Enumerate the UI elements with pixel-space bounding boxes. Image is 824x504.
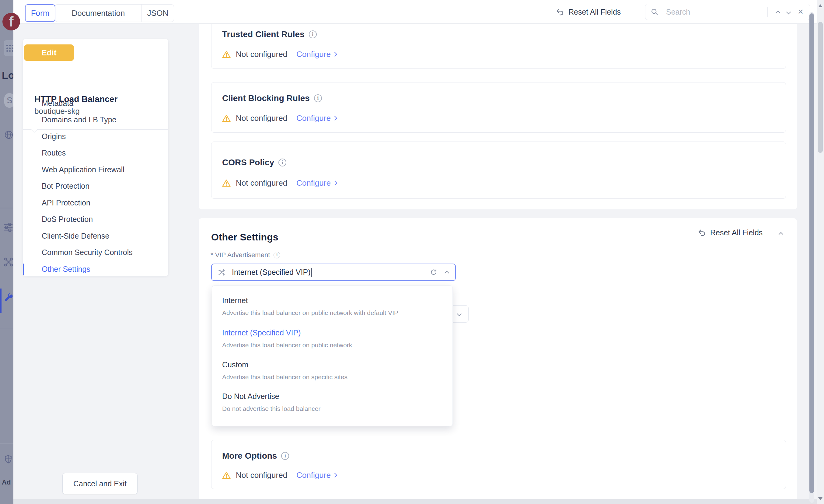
chevron-up-icon[interactable] bbox=[445, 271, 448, 274]
configure-label: Configure bbox=[296, 471, 331, 480]
app-grid-icon[interactable] bbox=[4, 40, 13, 56]
status-text: Not configured bbox=[236, 178, 287, 188]
card-title-row: CORS Policy i bbox=[222, 158, 286, 168]
configure-link[interactable]: Configure bbox=[296, 49, 336, 59]
search-prev-icon[interactable] bbox=[776, 10, 780, 14]
menu-item-bot-protection[interactable]: Bot Protection bbox=[23, 178, 168, 195]
search-next-icon[interactable] bbox=[787, 10, 790, 14]
info-icon[interactable]: i bbox=[279, 159, 286, 167]
active-rail-indicator bbox=[0, 289, 2, 313]
modal-topbar: Form Documentation JSON Reset All Fields bbox=[13, 0, 817, 24]
info-icon[interactable]: i bbox=[309, 30, 317, 38]
menu-item-client-side-defense[interactable]: Client-Side Defense bbox=[23, 228, 168, 244]
tab-documentation-label: Documentation bbox=[72, 8, 125, 18]
configure-link[interactable]: Configure bbox=[296, 178, 336, 188]
globe-icon[interactable] bbox=[4, 130, 13, 140]
page-title-partial: Lo bbox=[2, 69, 13, 81]
info-icon[interactable]: i bbox=[281, 452, 289, 460]
network-cross-icon[interactable] bbox=[3, 257, 13, 268]
option-desc: Advertise this load balancer on public n… bbox=[222, 341, 443, 349]
window-scrollbar-thumb[interactable] bbox=[818, 22, 823, 153]
grid-dots-icon bbox=[6, 45, 8, 46]
card-title-row: Trusted Client Rules i bbox=[222, 29, 317, 39]
option-title: Custom bbox=[222, 360, 443, 369]
admin-partial-label: Ad bbox=[2, 479, 11, 486]
search-field-partial[interactable]: S bbox=[4, 93, 13, 108]
tab-form[interactable]: Form bbox=[25, 4, 56, 22]
refresh-icon[interactable] bbox=[429, 268, 438, 277]
search-close-icon[interactable]: ✕ bbox=[798, 8, 804, 16]
cors-policy-title: CORS Policy bbox=[222, 158, 274, 168]
menu-item-waf[interactable]: Web Application Firewall bbox=[23, 161, 168, 178]
collapse-section-icon[interactable] bbox=[779, 231, 783, 236]
undo-icon bbox=[555, 7, 565, 16]
info-icon[interactable]: i bbox=[314, 94, 322, 102]
option-custom[interactable]: Custom Advertise this load balancer on s… bbox=[222, 360, 443, 381]
option-internet-specified-vip[interactable]: Internet (Specified VIP) Advertise this … bbox=[222, 328, 443, 349]
window-scrollbar[interactable] bbox=[817, 0, 824, 504]
section-reset-label: Reset All Fields bbox=[710, 228, 762, 237]
scroll-down-icon[interactable] bbox=[818, 497, 822, 500]
menu-item-other-settings[interactable]: Other Settings bbox=[23, 261, 168, 278]
search-icon bbox=[650, 8, 659, 16]
vip-advertisement-dropdown: Internet Advertise this load balancer on… bbox=[212, 286, 453, 426]
shield-globe-icon[interactable] bbox=[3, 454, 13, 465]
warning-icon bbox=[222, 114, 231, 123]
warning-icon bbox=[222, 471, 231, 480]
menu-item-routes[interactable]: Routes bbox=[23, 145, 168, 162]
status-row: Not configured Configure bbox=[222, 471, 336, 480]
modal-scrollbar-thumb[interactable] bbox=[809, 13, 814, 493]
client-blocking-rules-title: Client Blocking Rules bbox=[222, 93, 310, 103]
bottom-strip bbox=[13, 499, 817, 504]
reset-all-fields-button[interactable]: Reset All Fields bbox=[555, 0, 621, 24]
card-title-row: More Options i bbox=[222, 451, 289, 461]
other-settings-heading: Other Settings bbox=[211, 232, 278, 243]
tab-json-label: JSON bbox=[147, 8, 168, 18]
option-title: Do Not Advertise bbox=[222, 392, 443, 401]
configure-link[interactable]: Configure bbox=[296, 113, 336, 123]
menu-item-origins[interactable]: Origins bbox=[23, 128, 168, 145]
search-input[interactable] bbox=[665, 7, 762, 17]
menu-item-dos-protection[interactable]: DoS Protection bbox=[23, 211, 168, 228]
cors-policy-card: CORS Policy i Not configured Configure bbox=[211, 141, 786, 199]
configure-link[interactable]: Configure bbox=[296, 471, 336, 480]
more-options-card: More Options i Not configured Configure bbox=[211, 440, 786, 489]
info-icon[interactable]: i bbox=[274, 252, 280, 259]
cancel-and-exit-button[interactable]: Cancel and Exit bbox=[63, 473, 137, 494]
option-desc: Advertise this load balancer on public n… bbox=[222, 309, 443, 316]
status-row: Not configured Configure bbox=[222, 178, 336, 188]
load-balancer-icon[interactable] bbox=[2, 221, 13, 232]
status-row: Not configured Configure bbox=[222, 113, 336, 123]
screen: Lo S bbox=[0, 0, 824, 504]
menu-item-common-security-controls[interactable]: Common Security Controls bbox=[23, 244, 168, 261]
configure-label: Configure bbox=[296, 113, 331, 123]
form-section-menu: Metadata Domains and LB Type Origins Rou… bbox=[23, 95, 168, 278]
menu-item-metadata[interactable]: Metadata bbox=[23, 95, 168, 112]
menu-item-domains-lb-type[interactable]: Domains and LB Type bbox=[23, 112, 168, 128]
status-text: Not configured bbox=[236, 113, 287, 123]
f5-logo[interactable]: f bbox=[2, 13, 20, 30]
trusted-client-rules-title: Trusted Client Rules bbox=[222, 29, 305, 39]
tab-documentation[interactable]: Documentation bbox=[55, 5, 141, 22]
search-partial-label: S bbox=[7, 96, 12, 105]
tab-json[interactable]: JSON bbox=[141, 5, 174, 22]
section-reset-all-fields-button[interactable]: Reset All Fields bbox=[697, 228, 762, 237]
scroll-up-icon[interactable] bbox=[818, 4, 822, 7]
configure-label: Configure bbox=[296, 49, 331, 59]
other-settings-section: Other Settings Reset All Fields * VIP Ad… bbox=[199, 218, 797, 499]
app-left-rail: Lo S bbox=[0, 0, 13, 504]
chevron-down-icon bbox=[457, 312, 462, 316]
card-title-row: Client Blocking Rules i bbox=[222, 93, 322, 103]
vip-input-value: Internet (Specified VIP) bbox=[232, 268, 310, 277]
wrench-icon[interactable] bbox=[4, 293, 13, 303]
option-desc: Do not advertise this load balancer bbox=[222, 405, 443, 412]
vip-advertisement-input[interactable]: Internet (Specified VIP) bbox=[211, 264, 456, 281]
vip-advertisement-label: * VIP Advertisement i bbox=[211, 251, 280, 259]
option-title: Internet bbox=[222, 296, 443, 305]
menu-item-api-protection[interactable]: API Protection bbox=[23, 195, 168, 211]
option-internet[interactable]: Internet Advertise this load balancer on… bbox=[222, 296, 443, 316]
warning-icon bbox=[222, 50, 231, 59]
rail-divider bbox=[0, 329, 13, 329]
option-do-not-advertise[interactable]: Do Not Advertise Do not advertise this l… bbox=[222, 392, 443, 412]
vip-label-text: * VIP Advertisement bbox=[211, 251, 270, 259]
